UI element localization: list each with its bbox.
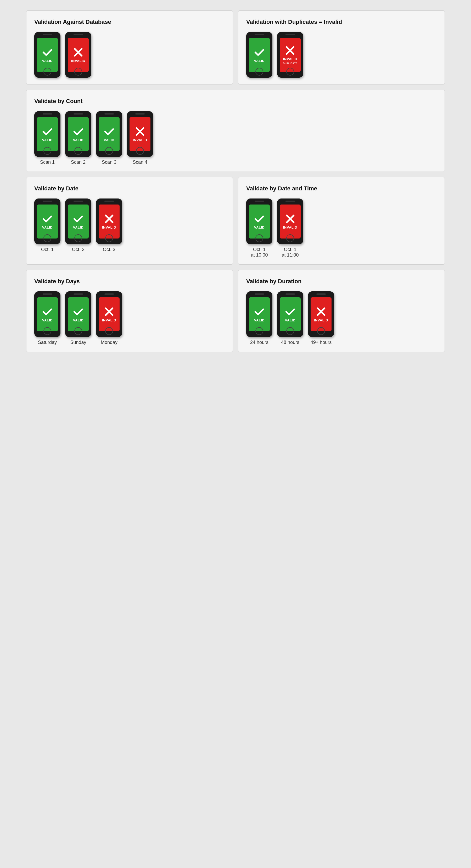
phone-valid: VALID — [34, 32, 60, 78]
phone-oct3: INVALID — [96, 198, 122, 244]
phone-invalid-duplicate: INVALID DUPLICATE — [277, 32, 303, 78]
phone-wrap-1000: VALID Oct. 1 at 10:00 — [246, 198, 272, 258]
cross-icon — [135, 126, 146, 137]
phone-sunday: VALID — [65, 291, 91, 337]
phone-1100: INVALID — [277, 198, 303, 244]
phone-wrap-1100: INVALID Oct. 1 at 11:00 — [277, 198, 303, 258]
duplicate-sublabel: DUPLICATE — [283, 62, 297, 65]
phone-oct2: VALID — [65, 198, 91, 244]
row-1: Validation Against Database VALID — [26, 10, 445, 85]
check-icon — [254, 213, 265, 224]
card-title: Validate by Duration — [246, 278, 437, 285]
card-validate-by-duration: Validate by Duration VALID 24 hours — [238, 270, 445, 352]
scan-label: Oct. 3 — [103, 247, 115, 252]
card-title: Validation with Duplicates = Invalid — [246, 19, 437, 25]
valid-label: VALID — [254, 59, 265, 63]
cross-icon — [316, 306, 327, 317]
check-icon — [42, 126, 53, 137]
scan-label: Oct. 1 at 10:00 — [251, 247, 268, 258]
scan-label: Scan 2 — [71, 159, 86, 165]
phone-screen-red: INVALID — [129, 117, 150, 151]
invalid-label: INVALID — [283, 57, 297, 61]
card-title: Validation Against Database — [34, 19, 225, 25]
phone-49h: INVALID — [308, 291, 334, 337]
valid-label: VALID — [73, 318, 84, 322]
scan-label: Scan 3 — [102, 159, 116, 165]
cross-icon — [104, 213, 115, 224]
check-icon — [285, 306, 296, 317]
valid-label: VALID — [254, 318, 265, 322]
phone-wrap-invalid: INVALID — [65, 32, 91, 78]
phone-wrap-invalid-duplicate: INVALID DUPLICATE — [277, 32, 303, 78]
phones-row: VALID Oct. 1 VALID Oct. 2 — [34, 198, 225, 252]
phone-wrap-monday: INVALID Monday — [96, 291, 122, 345]
scan-label: Monday — [101, 340, 117, 345]
phone-1000: VALID — [246, 198, 272, 244]
check-icon — [73, 306, 84, 317]
invalid-label: INVALID — [71, 59, 86, 63]
check-icon — [254, 306, 265, 317]
scan-label: Scan 4 — [133, 159, 147, 165]
card-validate-by-date: Validate by Date VALID Oct. 1 — [26, 177, 233, 265]
phone-screen-green: VALID — [37, 117, 58, 151]
cross-icon — [73, 47, 84, 58]
phone-screen-green: VALID — [37, 297, 58, 331]
phone-screen-red: INVALID — [280, 205, 301, 239]
valid-label: VALID — [285, 318, 296, 322]
card-title: Validate by Count — [34, 98, 437, 104]
check-icon — [73, 213, 84, 224]
valid-label: VALID — [42, 138, 53, 142]
card-title: Validate by Date — [34, 185, 225, 192]
phones-row: VALID 24 hours VALID 48 hours — [246, 291, 437, 345]
cross-icon — [104, 306, 115, 317]
valid-label: VALID — [254, 225, 265, 229]
phone-wrap-valid: VALID — [34, 32, 60, 78]
scan-label: 48 hours — [281, 340, 299, 345]
valid-label: VALID — [42, 59, 53, 63]
phone-wrap-48h: VALID 48 hours — [277, 291, 303, 345]
card-validate-by-date-and-time: Validate by Date and Time VALID Oct. 1 a… — [238, 177, 445, 265]
phone-scan1: VALID — [34, 111, 60, 157]
phone-scan2: VALID — [65, 111, 91, 157]
row-3: Validate by Date VALID Oct. 1 — [26, 177, 445, 265]
row-2-full: Validate by Count VALID Scan 1 — [26, 90, 445, 172]
phone-wrap-sunday: VALID Sunday — [65, 291, 91, 345]
check-icon — [73, 126, 84, 137]
scan-label: Oct. 1 — [41, 247, 54, 252]
phone-screen-green: VALID — [249, 297, 270, 331]
phone-screen-green: VALID — [249, 205, 270, 239]
card-title: Validate by Days — [34, 278, 225, 285]
phone-screen-green: VALID — [249, 38, 270, 72]
phone-screen-red: INVALID — [68, 38, 89, 72]
phone-screen-red: INVALID — [311, 297, 331, 331]
phone-wrap-oct1: VALID Oct. 1 — [34, 198, 60, 252]
phone-screen-green: VALID — [68, 297, 89, 331]
scan-label: Saturday — [38, 340, 57, 345]
phones-row: VALID INVALID DUPLICATE — [246, 32, 437, 78]
scan-label: Oct. 2 — [72, 247, 85, 252]
phone-screen-green: VALID — [37, 205, 58, 239]
phone-screen-red: INVALID — [99, 297, 120, 331]
phone-wrap-scan1: VALID Scan 1 — [34, 111, 60, 165]
valid-label: VALID — [42, 225, 53, 229]
scan-label: 49+ hours — [311, 340, 332, 345]
phone-valid: VALID — [246, 32, 272, 78]
valid-label: VALID — [73, 138, 84, 142]
invalid-label: INVALID — [283, 225, 297, 229]
invalid-label: INVALID — [314, 318, 328, 322]
card-title: Validate by Date and Time — [246, 185, 437, 192]
invalid-label: INVALID — [133, 138, 147, 142]
phone-wrap-oct3: INVALID Oct. 3 — [96, 198, 122, 252]
phone-oct1: VALID — [34, 198, 60, 244]
phone-wrap-oct2: VALID Oct. 2 — [65, 198, 91, 252]
card-validation-with-duplicates: Validation with Duplicates = Invalid VAL… — [238, 10, 445, 85]
phone-saturday: VALID — [34, 291, 60, 337]
invalid-label: INVALID — [102, 225, 116, 229]
phone-wrap-49h: INVALID 49+ hours — [308, 291, 334, 345]
phone-scan4: INVALID — [127, 111, 153, 157]
phone-screen-green: VALID — [99, 117, 120, 151]
cross-icon — [285, 213, 296, 224]
phone-wrap-24h: VALID 24 hours — [246, 291, 272, 345]
phone-wrap-scan2: VALID Scan 2 — [65, 111, 91, 165]
phone-wrap-scan3: VALID Scan 3 — [96, 111, 122, 165]
